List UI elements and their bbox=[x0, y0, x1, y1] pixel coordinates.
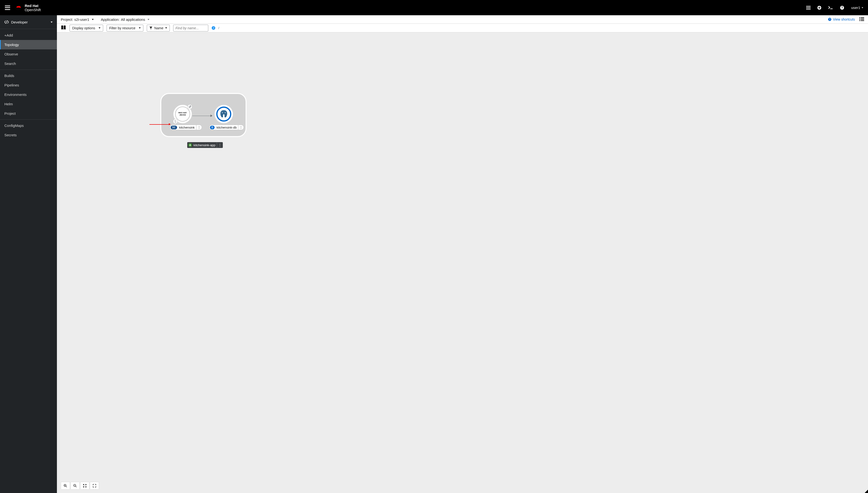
perspective-switcher[interactable]: Developer bbox=[0, 15, 57, 29]
svg-point-18 bbox=[859, 17, 860, 18]
caret-down-icon bbox=[165, 27, 167, 28]
import-button[interactable] bbox=[817, 5, 822, 10]
masthead: Red Hat OpenShift ? user1 bbox=[0, 0, 868, 15]
resource-badge-dc: DC bbox=[171, 126, 177, 129]
app-launcher-button[interactable] bbox=[806, 6, 810, 10]
application-kebab-menu[interactable]: ⋮ bbox=[217, 142, 223, 148]
filter-icon bbox=[149, 27, 152, 29]
svg-line-39 bbox=[85, 486, 86, 487]
svg-rect-3 bbox=[809, 6, 810, 7]
find-by-name-wrap: / bbox=[173, 25, 208, 31]
reset-view-button[interactable] bbox=[90, 482, 99, 490]
zoom-in-button[interactable] bbox=[61, 482, 70, 490]
plus-circle-icon bbox=[817, 5, 822, 10]
nav-item-add[interactable]: +Add bbox=[0, 30, 57, 40]
fit-icon bbox=[83, 484, 86, 488]
topology-toolbar: + Display options Filter by resource Nam… bbox=[57, 24, 868, 33]
node-label[interactable]: DC kitchensink ⋮ bbox=[170, 125, 202, 130]
node-kebab-menu[interactable]: ⋮ bbox=[238, 125, 244, 130]
node-name: kitchensink-db bbox=[215, 126, 238, 129]
resize-corner bbox=[865, 490, 868, 493]
zoom-controls bbox=[61, 482, 99, 490]
build-status-decorator[interactable] bbox=[173, 119, 178, 124]
nav-item-environments[interactable]: Environments bbox=[0, 90, 57, 99]
application-label[interactable]: A kitchensink-app ⋮ bbox=[187, 142, 223, 148]
connector-arrow-icon bbox=[210, 114, 212, 117]
user-menu[interactable]: user1 bbox=[851, 5, 863, 10]
brand-logo[interactable]: Red Hat OpenShift bbox=[15, 4, 41, 12]
svg-text:?: ? bbox=[841, 6, 843, 9]
svg-text:?: ? bbox=[829, 18, 830, 21]
grid-icon bbox=[806, 6, 810, 10]
nav-list: +Add Topology Observe Search Builds Pipe… bbox=[0, 29, 57, 493]
main-content: Project: s2i-user1 Application: All appl… bbox=[57, 15, 868, 493]
zoom-out-icon bbox=[73, 484, 77, 488]
help-button[interactable]: ? bbox=[840, 5, 844, 10]
node-label[interactable]: D kitchensink-db ⋮ bbox=[209, 125, 244, 130]
svg-line-36 bbox=[84, 485, 84, 485]
nav-item-project[interactable]: Project bbox=[0, 109, 57, 118]
nav-item-observe[interactable]: Observe bbox=[0, 49, 57, 59]
zoom-out-button[interactable] bbox=[70, 482, 80, 490]
open-url-decorator[interactable] bbox=[188, 104, 192, 109]
svg-point-28 bbox=[225, 112, 226, 113]
list-icon bbox=[859, 17, 864, 21]
project-selector[interactable]: Project: s2i-user1 bbox=[61, 17, 94, 22]
svg-rect-2 bbox=[808, 6, 809, 7]
terminal-icon bbox=[828, 6, 833, 9]
resource-badge-d: D bbox=[210, 126, 215, 129]
code-icon bbox=[4, 20, 9, 24]
node-kebab-menu[interactable]: ⋮ bbox=[196, 125, 202, 130]
filter-resource-dropdown[interactable]: Filter by resource bbox=[107, 25, 143, 31]
svg-rect-5 bbox=[808, 7, 809, 8]
nav-item-secrets[interactable]: Secrets bbox=[0, 130, 57, 140]
fit-to-screen-button[interactable] bbox=[80, 482, 89, 490]
sync-icon bbox=[174, 120, 176, 123]
topology-view-icon[interactable]: + bbox=[61, 25, 66, 31]
svg-line-30 bbox=[66, 486, 67, 487]
node-name: kitchensink bbox=[177, 126, 196, 129]
svg-point-20 bbox=[859, 19, 860, 20]
postgresql-icon bbox=[219, 109, 229, 119]
expand-icon bbox=[93, 484, 96, 488]
caret-down-icon bbox=[862, 7, 863, 8]
nav-item-builds[interactable]: Builds bbox=[0, 71, 57, 80]
svg-point-0 bbox=[16, 7, 21, 10]
application-group[interactable]: RED HAT JBOSS DC kitc bbox=[160, 93, 247, 137]
caret-down-icon bbox=[139, 27, 141, 28]
nav-toggle-button[interactable] bbox=[5, 5, 10, 10]
nav-item-pipelines[interactable]: Pipelines bbox=[0, 80, 57, 90]
svg-rect-4 bbox=[806, 7, 807, 8]
svg-rect-23 bbox=[861, 20, 864, 21]
application-selector[interactable]: Application: All applications bbox=[101, 17, 150, 22]
view-shortcuts-link[interactable]: ? View shortcuts bbox=[828, 17, 855, 21]
topology-node-kitchensink-db[interactable]: D kitchensink-db ⋮ bbox=[215, 105, 244, 130]
zoom-in-icon bbox=[64, 484, 67, 488]
sidebar: Developer +Add Topology Observe Search B… bbox=[0, 15, 57, 493]
svg-rect-9 bbox=[809, 9, 810, 10]
caret-down-icon bbox=[99, 27, 101, 28]
filter-type-dropdown[interactable]: Name bbox=[147, 25, 170, 31]
svg-point-22 bbox=[859, 20, 860, 21]
caret-down-icon bbox=[50, 22, 52, 23]
topology-node-kitchensink[interactable]: RED HAT JBOSS DC kitc bbox=[173, 105, 202, 130]
terminal-button[interactable] bbox=[828, 6, 833, 9]
topology-canvas[interactable]: RED HAT JBOSS DC kitc bbox=[57, 33, 868, 493]
svg-rect-12 bbox=[818, 7, 821, 8]
nav-item-helm[interactable]: Helm bbox=[0, 99, 57, 109]
application-label: Application: bbox=[101, 17, 120, 22]
redhat-fedora-icon bbox=[15, 5, 22, 10]
list-view-toggle[interactable] bbox=[859, 17, 864, 22]
nav-item-search[interactable]: Search bbox=[0, 59, 57, 68]
svg-rect-7 bbox=[806, 9, 807, 10]
display-options-dropdown[interactable]: Display options bbox=[69, 25, 103, 31]
nav-item-topology[interactable]: Topology bbox=[0, 40, 57, 49]
nav-item-configmaps[interactable]: ConfigMaps bbox=[0, 121, 57, 130]
brand-line1: Red Hat bbox=[25, 4, 41, 7]
svg-line-38 bbox=[84, 486, 84, 487]
application-name: kitchensink-app bbox=[193, 143, 217, 147]
caret-down-icon bbox=[92, 19, 94, 20]
svg-point-27 bbox=[222, 112, 223, 113]
svg-rect-1 bbox=[806, 6, 807, 7]
svg-rect-8 bbox=[808, 9, 809, 10]
